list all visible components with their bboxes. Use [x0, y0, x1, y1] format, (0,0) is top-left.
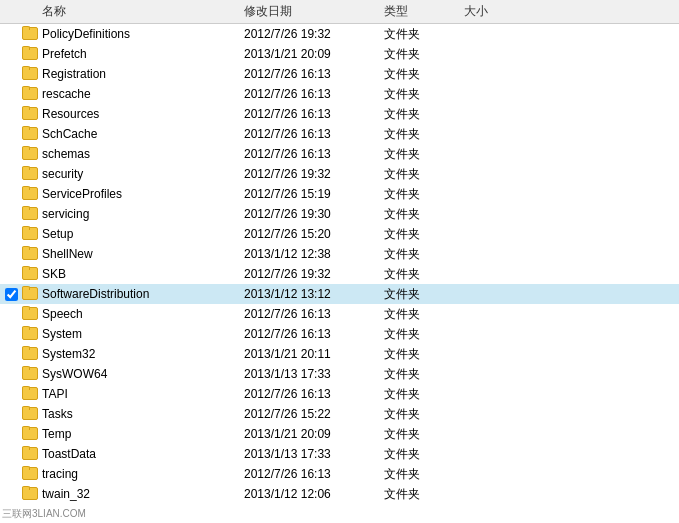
header-size[interactable]: 大小 [460, 3, 520, 20]
folder-icon-shape [22, 46, 38, 60]
file-date: 2012/7/26 15:19 [240, 187, 380, 201]
folder-icon [22, 446, 40, 463]
table-row[interactable]: Resources2012/7/26 16:13文件夹 [0, 104, 679, 124]
folder-icon-shape [22, 226, 38, 240]
table-row[interactable]: SchCache2012/7/26 16:13文件夹 [0, 124, 679, 144]
folder-icon-shape [22, 186, 38, 200]
file-type: 文件夹 [380, 206, 460, 223]
table-row[interactable]: TAPI2012/7/26 16:13文件夹 [0, 384, 679, 404]
folder-icon [22, 466, 40, 483]
folder-icon-shape [22, 206, 38, 220]
file-name: ToastData [40, 447, 240, 461]
folder-icon [22, 186, 40, 203]
file-name: Temp [40, 427, 240, 441]
row-checkbox[interactable] [5, 288, 18, 301]
file-date: 2012/7/26 16:13 [240, 87, 380, 101]
table-row[interactable]: SKB2012/7/26 19:32文件夹 [0, 264, 679, 284]
header-name[interactable]: 名称 [40, 3, 240, 20]
file-type: 文件夹 [380, 466, 460, 483]
file-name: Prefetch [40, 47, 240, 61]
file-name: ServiceProfiles [40, 187, 240, 201]
folder-icon-shape [22, 146, 38, 160]
file-type: 文件夹 [380, 386, 460, 403]
file-date: 2012/7/26 16:13 [240, 127, 380, 141]
file-name: security [40, 167, 240, 181]
folder-icon [22, 66, 40, 83]
table-row[interactable]: ServiceProfiles2012/7/26 15:19文件夹 [0, 184, 679, 204]
folder-icon [22, 266, 40, 283]
folder-icon [22, 486, 40, 503]
table-row[interactable]: schemas2012/7/26 16:13文件夹 [0, 144, 679, 164]
file-type: 文件夹 [380, 146, 460, 163]
folder-icon-shape [22, 66, 38, 80]
file-name: schemas [40, 147, 240, 161]
folder-icon-shape [22, 326, 38, 340]
file-type: 文件夹 [380, 26, 460, 43]
file-type: 文件夹 [380, 126, 460, 143]
table-row[interactable]: tracing2012/7/26 16:13文件夹 [0, 464, 679, 484]
row-checkbox-cell[interactable] [0, 288, 22, 301]
table-row[interactable]: Temp2013/1/21 20:09文件夹 [0, 424, 679, 444]
table-row[interactable]: Setup2012/7/26 15:20文件夹 [0, 224, 679, 244]
folder-icon [22, 366, 40, 383]
table-row[interactable]: Tasks2012/7/26 15:22文件夹 [0, 404, 679, 424]
table-row[interactable]: rescache2012/7/26 16:13文件夹 [0, 84, 679, 104]
file-date: 2012/7/26 19:32 [240, 27, 380, 41]
folder-icon-shape [22, 346, 38, 360]
folder-icon-shape [22, 286, 38, 300]
file-date: 2012/7/26 16:13 [240, 147, 380, 161]
file-type: 文件夹 [380, 306, 460, 323]
file-type: 文件夹 [380, 286, 460, 303]
folder-icon-shape [22, 106, 38, 120]
file-name: Speech [40, 307, 240, 321]
table-row[interactable]: Speech2012/7/26 16:13文件夹 [0, 304, 679, 324]
table-row[interactable]: servicing2012/7/26 19:30文件夹 [0, 204, 679, 224]
file-date: 2012/7/26 15:20 [240, 227, 380, 241]
folder-icon-shape [22, 386, 38, 400]
file-name: twain_32 [40, 487, 240, 501]
file-name: PolicyDefinitions [40, 27, 240, 41]
folder-icon [22, 166, 40, 183]
table-row[interactable]: System2012/7/26 16:13文件夹 [0, 324, 679, 344]
folder-icon-shape [22, 166, 38, 180]
header-date[interactable]: 修改日期 [240, 3, 380, 20]
file-name: Registration [40, 67, 240, 81]
folder-icon [22, 246, 40, 263]
table-row[interactable]: Registration2012/7/26 16:13文件夹 [0, 64, 679, 84]
file-date: 2012/7/26 15:22 [240, 407, 380, 421]
file-type: 文件夹 [380, 86, 460, 103]
table-row[interactable]: PolicyDefinitions2012/7/26 19:32文件夹 [0, 24, 679, 44]
folder-icon [22, 306, 40, 323]
table-row[interactable]: twain_322013/1/12 12:06文件夹 [0, 484, 679, 504]
folder-icon [22, 206, 40, 223]
file-date: 2012/7/26 16:13 [240, 467, 380, 481]
file-date: 2013/1/12 13:12 [240, 287, 380, 301]
folder-icon-shape [22, 86, 38, 100]
file-name: tracing [40, 467, 240, 481]
file-date: 2013/1/12 12:38 [240, 247, 380, 261]
file-list[interactable]: PolicyDefinitions2012/7/26 19:32文件夹Prefe… [0, 24, 679, 523]
table-row[interactable]: SoftwareDistribution2013/1/12 13:12文件夹 [0, 284, 679, 304]
table-row[interactable]: Prefetch2013/1/21 20:09文件夹 [0, 44, 679, 64]
file-type: 文件夹 [380, 486, 460, 503]
table-row[interactable]: System322013/1/21 20:11文件夹 [0, 344, 679, 364]
table-row[interactable]: security2012/7/26 19:32文件夹 [0, 164, 679, 184]
file-date: 2012/7/26 16:13 [240, 307, 380, 321]
file-name: System [40, 327, 240, 341]
file-type: 文件夹 [380, 46, 460, 63]
folder-icon [22, 126, 40, 143]
file-type: 文件夹 [380, 426, 460, 443]
folder-icon [22, 106, 40, 123]
file-type: 文件夹 [380, 166, 460, 183]
folder-icon [22, 386, 40, 403]
header-type[interactable]: 类型 [380, 3, 460, 20]
table-row[interactable]: ToastData2013/1/13 17:33文件夹 [0, 444, 679, 464]
table-row[interactable]: ShellNew2013/1/12 12:38文件夹 [0, 244, 679, 264]
table-row[interactable]: SysWOW642013/1/13 17:33文件夹 [0, 364, 679, 384]
folder-icon-shape [22, 446, 38, 460]
file-date: 2012/7/26 19:32 [240, 167, 380, 181]
file-name: Resources [40, 107, 240, 121]
file-explorer: 名称 修改日期 类型 大小 PolicyDefinitions2012/7/26… [0, 0, 679, 523]
folder-icon [22, 46, 40, 63]
folder-icon [22, 346, 40, 363]
